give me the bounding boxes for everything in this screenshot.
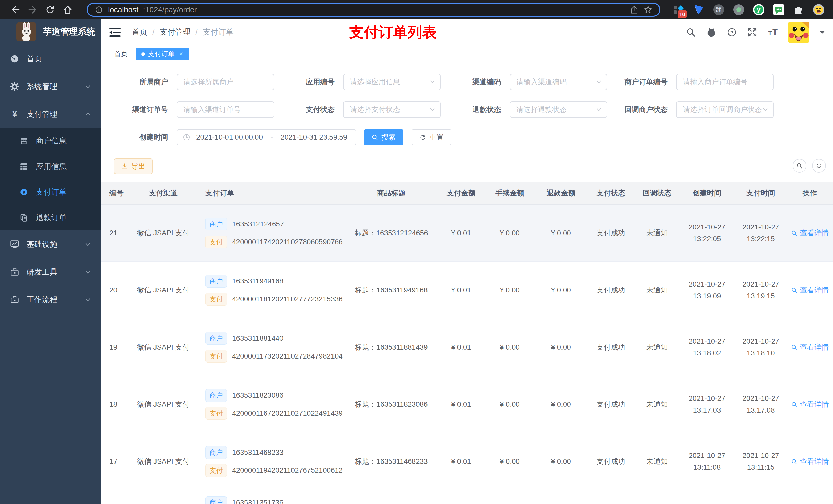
monitor-icon bbox=[10, 239, 20, 249]
cell-order: 商户1635311823086 支付4200001167202110271022… bbox=[197, 389, 344, 420]
view-detail-link[interactable]: 查看详情 bbox=[791, 342, 829, 352]
sidebar-item-merchant-info[interactable]: 商户信息 bbox=[0, 128, 101, 154]
cell-fee: ¥ 0.00 bbox=[484, 457, 536, 465]
extension-recorder-icon[interactable] bbox=[733, 4, 745, 16]
merchant-order-no-input[interactable] bbox=[676, 74, 774, 90]
help-icon[interactable]: ? bbox=[727, 27, 737, 38]
pay-order-no: 4200001194202110276752100612 bbox=[232, 466, 343, 475]
merchant-order-no: 1635311823086 bbox=[232, 391, 283, 400]
date-range-picker[interactable]: 2021-10-01 00:00:00 - 2021-10-31 23:59:5… bbox=[177, 129, 356, 145]
url-bar[interactable]: localhost :1024/pay/order bbox=[87, 3, 660, 17]
forward-button[interactable] bbox=[24, 2, 42, 18]
breadcrumb-pay[interactable]: 支付管理 bbox=[160, 27, 190, 38]
store-icon bbox=[20, 137, 28, 145]
sidebar-item-app-info[interactable]: 应用信息 bbox=[0, 154, 101, 179]
tab-home[interactable]: 首页 bbox=[109, 48, 133, 61]
sidebar-item-workflow[interactable]: 工作流程 bbox=[0, 286, 101, 313]
reload-button[interactable] bbox=[42, 2, 59, 18]
view-detail-link[interactable]: 查看详情 bbox=[791, 228, 829, 238]
caret-down-icon[interactable] bbox=[819, 30, 825, 34]
extension-y-icon[interactable]: y bbox=[753, 4, 765, 16]
tab-pay-order[interactable]: 支付订单 × bbox=[136, 48, 189, 61]
chevron-up-icon bbox=[84, 111, 91, 118]
search-icon[interactable] bbox=[686, 27, 696, 38]
breadcrumb: 首页 / 支付管理 / 支付订单 bbox=[132, 27, 234, 38]
extension-chat-icon[interactable] bbox=[772, 4, 785, 16]
home-button[interactable] bbox=[59, 2, 76, 18]
merchant-tag: 商户 bbox=[206, 275, 227, 288]
profile-emoji-icon[interactable] bbox=[812, 4, 825, 16]
extension-sketch-icon[interactable]: 10 bbox=[673, 4, 685, 16]
extension-kite-icon[interactable] bbox=[693, 4, 705, 16]
extension-badge: 10 bbox=[677, 10, 687, 18]
breadcrumb-separator: / bbox=[195, 28, 197, 37]
github-icon[interactable] bbox=[706, 27, 717, 38]
search-button[interactable]: 搜索 bbox=[364, 129, 403, 145]
user-avatar[interactable] bbox=[788, 22, 809, 43]
cell-paid: 2021-10-2713:11:15 bbox=[735, 450, 786, 473]
cell-amount: ¥ 0.01 bbox=[438, 229, 484, 237]
fullscreen-icon[interactable] bbox=[747, 27, 758, 38]
cell-paid: 2021-10-2713:17:08 bbox=[735, 392, 786, 416]
channel-order-no-input[interactable] bbox=[177, 101, 274, 118]
cell-order: 商户1635311949168 支付4200001181202110277723… bbox=[197, 275, 344, 306]
col-title: 商品标题 bbox=[344, 188, 438, 198]
merchant-input[interactable] bbox=[177, 74, 274, 90]
sidebar-collapse-icon[interactable] bbox=[109, 26, 121, 39]
cell-title: 标题：1635311823086 bbox=[344, 400, 438, 409]
chevron-down-icon bbox=[84, 296, 91, 303]
cell-channel: 微信 JSAPI 支付 bbox=[129, 342, 197, 352]
sidebar-item-label: 工作流程 bbox=[27, 294, 57, 305]
site-info-icon[interactable] bbox=[94, 5, 103, 14]
extensions-puzzle-icon[interactable] bbox=[792, 4, 805, 16]
cell-order: 商户1635312124657 支付4200001174202110278060… bbox=[197, 218, 344, 248]
app-select[interactable] bbox=[343, 74, 441, 90]
sidebar-item-pay-order[interactable]: ¥ 支付订单 bbox=[0, 179, 101, 205]
channel-code-select[interactable] bbox=[510, 74, 607, 90]
extension-command-icon[interactable]: ⌘ bbox=[713, 4, 725, 16]
filter-app: 应用编号 bbox=[274, 74, 441, 90]
briefcase-icon bbox=[10, 295, 20, 305]
cell-id: 20 bbox=[101, 286, 129, 294]
sidebar-item-dev-tools[interactable]: 研发工具 bbox=[0, 258, 101, 286]
pay-tag: 支付 bbox=[206, 236, 227, 248]
notify-status-select[interactable] bbox=[676, 101, 774, 118]
sidebar-item-system[interactable]: 系统管理 bbox=[0, 73, 101, 100]
toggle-search-button[interactable] bbox=[792, 159, 806, 173]
bookmark-star-icon[interactable] bbox=[643, 5, 653, 14]
filter-notify-status: 回调商户状态 bbox=[607, 101, 774, 118]
cell-action: 查看详情 bbox=[786, 285, 833, 295]
cell-id: 21 bbox=[101, 229, 129, 237]
filter-label: 支付状态 bbox=[274, 105, 343, 115]
cell-refund: ¥ 0.00 bbox=[536, 286, 587, 294]
filter-label: 创建时间 bbox=[101, 133, 177, 142]
refund-status-select[interactable] bbox=[510, 101, 607, 118]
filter-merchant-order-no: 商户订单编号 bbox=[607, 74, 774, 90]
view-detail-link[interactable]: 查看详情 bbox=[791, 400, 829, 409]
col-status: 支付状态 bbox=[587, 188, 635, 198]
share-icon[interactable] bbox=[629, 5, 639, 14]
sidebar-item-home[interactable]: 首页 bbox=[0, 45, 101, 73]
back-button[interactable] bbox=[7, 2, 24, 18]
breadcrumb-home[interactable]: 首页 bbox=[132, 27, 147, 38]
col-refund: 退款金额 bbox=[536, 188, 587, 198]
cell-amount: ¥ 0.01 bbox=[438, 457, 484, 465]
pay-status-select[interactable] bbox=[343, 101, 441, 118]
sidebar-item-refund-order[interactable]: 退款订单 bbox=[0, 205, 101, 231]
sidebar-item-infra[interactable]: 基础设施 bbox=[0, 231, 101, 258]
svg-text:T: T bbox=[772, 27, 778, 37]
download-icon bbox=[121, 163, 128, 170]
table-row: 18 微信 JSAPI 支付 商户1635311823086 支付4200001… bbox=[101, 376, 833, 433]
tab-close-icon[interactable]: × bbox=[179, 50, 183, 58]
cell-notify: 未通知 bbox=[635, 457, 679, 466]
sidebar-item-pay[interactable]: ¥ 支付管理 bbox=[0, 100, 101, 128]
search-button-label: 搜索 bbox=[381, 133, 396, 142]
font-size-icon[interactable]: TT bbox=[767, 27, 778, 38]
refresh-table-button[interactable] bbox=[812, 159, 826, 173]
view-detail-link[interactable]: 查看详情 bbox=[791, 285, 829, 295]
back-icon bbox=[10, 5, 21, 15]
view-detail-link[interactable]: 查看详情 bbox=[791, 457, 829, 466]
app-logo[interactable]: 芋道管理系统 bbox=[0, 20, 101, 44]
reset-button[interactable]: 重置 bbox=[412, 129, 451, 145]
export-button[interactable]: 导出 bbox=[114, 158, 153, 174]
